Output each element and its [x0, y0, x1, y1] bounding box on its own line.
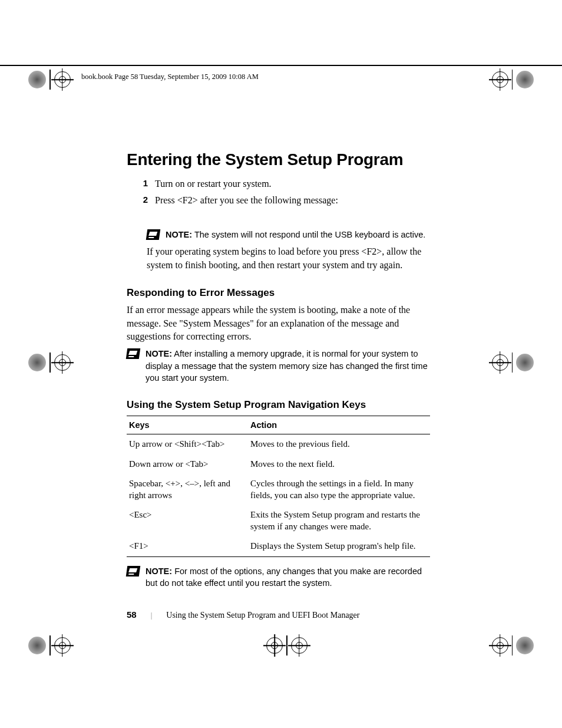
- note-3: NOTE: For most of the options, any chang…: [127, 565, 430, 589]
- page-title: Entering the System Setup Program: [127, 150, 430, 169]
- step-text: Turn on or restart your system.: [155, 177, 272, 190]
- reg-mark-bot-left: [28, 635, 71, 655]
- table-row: Spacebar, <+>, <–>, left and right arrow…: [127, 474, 430, 505]
- note-label: NOTE:: [146, 566, 172, 576]
- step-text: Press <F2> after you see the following m…: [155, 194, 338, 207]
- table-row: <Esc> Exits the System Setup program and…: [127, 505, 430, 536]
- header-rule: [0, 65, 562, 66]
- note-label: NOTE:: [166, 230, 192, 239]
- note-2: NOTE: After installing a memory upgrade,…: [127, 348, 430, 384]
- cell-action: Moves to the next field.: [248, 454, 430, 475]
- th-action: Action: [248, 416, 430, 434]
- note-text: NOTE: After installing a memory upgrade,…: [146, 348, 430, 384]
- followup-text: If your operating system begins to load …: [147, 245, 430, 272]
- note-icon: [126, 566, 141, 577]
- cell-action: Cycles through the settings in a field. …: [248, 474, 430, 505]
- note-body: For most of the options, any changes tha…: [146, 566, 422, 588]
- note-icon: [146, 229, 161, 240]
- subheading-nav: Using the System Setup Program Navigatio…: [127, 399, 430, 411]
- reg-mark-top-right: [492, 70, 534, 90]
- note-text: NOTE: For most of the options, any chang…: [146, 565, 430, 589]
- th-keys: Keys: [127, 416, 248, 434]
- running-header: book.book Page 58 Tuesday, September 15,…: [81, 73, 259, 81]
- table-row: Up arrow or <Shift><Tab> Moves to the pr…: [127, 434, 430, 454]
- table-row: <F1> Displays the System Setup program's…: [127, 536, 430, 556]
- reg-mark-top-left: [28, 70, 71, 90]
- step-1: 1 Turn on or restart your system.: [127, 177, 430, 190]
- cell-keys: Down arrow or <Tab>: [127, 454, 248, 475]
- note-body: The system will not respond until the US…: [192, 230, 425, 239]
- note-label: NOTE:: [146, 349, 172, 358]
- subheading-error: Responding to Error Messages: [127, 287, 430, 299]
- cell-action: Exits the System Setup program and resta…: [248, 505, 430, 536]
- nav-keys-table: Keys Action Up arrow or <Shift><Tab> Mov…: [127, 416, 430, 557]
- note-text: NOTE: The system will not respond until …: [166, 229, 425, 241]
- reg-mark-bot-right: [492, 635, 534, 655]
- reg-mark-mid-left: [28, 353, 71, 373]
- page-number: 58: [127, 610, 137, 620]
- table-row: Down arrow or <Tab> Moves to the next fi…: [127, 454, 430, 475]
- body-paragraph: If an error message appears while the sy…: [127, 304, 430, 343]
- step-number: 1: [127, 177, 155, 190]
- step-number: 2: [127, 194, 155, 207]
- note-body: After installing a memory upgrade, it is…: [146, 349, 428, 383]
- reg-mark-bot-center: [266, 635, 308, 655]
- cell-keys: Spacebar, <+>, <–>, left and right arrow…: [127, 474, 248, 505]
- reg-mark-mid-right: [492, 353, 534, 373]
- cell-keys: Up arrow or <Shift><Tab>: [127, 434, 248, 454]
- cell-action: Displays the System Setup program's help…: [248, 536, 430, 556]
- page-footer: 58 | Using the System Setup Program and …: [127, 610, 433, 620]
- cell-action: Moves to the previous field.: [248, 434, 430, 454]
- note-icon: [126, 348, 141, 359]
- step-2: 2 Press <F2> after you see the following…: [127, 194, 430, 207]
- cell-keys: <F1>: [127, 536, 248, 556]
- note-1: NOTE: The system will not respond until …: [147, 229, 430, 241]
- cell-keys: <Esc>: [127, 505, 248, 536]
- footer-title: Using the System Setup Program and UEFI …: [166, 611, 359, 620]
- footer-separator: |: [151, 611, 153, 620]
- page-content: Entering the System Setup Program 1 Turn…: [127, 150, 430, 589]
